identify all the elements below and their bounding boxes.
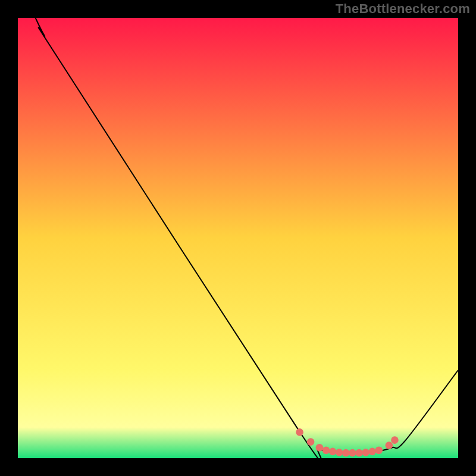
optimal-range-dot <box>362 449 369 456</box>
bottleneck-chart <box>18 18 458 458</box>
optimal-range-dot <box>307 438 315 446</box>
optimal-range-dot <box>368 448 376 456</box>
optimal-range-dot <box>349 449 356 457</box>
optimal-range-dot <box>386 441 393 449</box>
optimal-range-dot <box>336 449 343 456</box>
optimal-range-dot <box>322 446 330 454</box>
optimal-range-dot <box>329 448 337 456</box>
optimal-range-dot <box>342 449 350 457</box>
chart-plot-area <box>18 18 458 458</box>
watermark-text: TheBottlenecker.com <box>336 1 470 17</box>
optimal-range-dot <box>296 428 303 436</box>
chart-gradient-background <box>18 18 458 458</box>
optimal-range-dot <box>375 446 383 454</box>
optimal-range-dot <box>316 444 324 452</box>
optimal-range-dot <box>391 436 399 444</box>
optimal-range-dot <box>355 449 363 457</box>
